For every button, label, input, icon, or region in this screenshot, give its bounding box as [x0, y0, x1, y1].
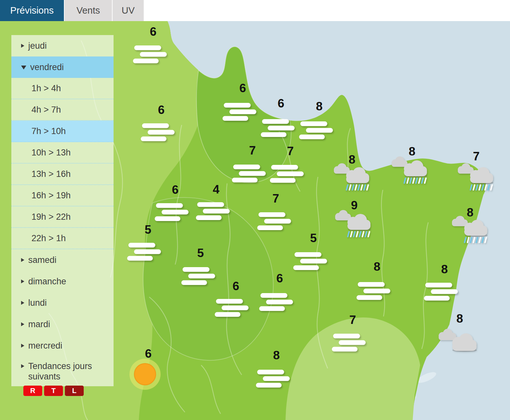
marker-icon: [21, 344, 24, 348]
sidebar-item-1h-4h[interactable]: 1h > 4h: [11, 78, 114, 99]
sidebar-item-mercredi[interactable]: mercredi: [11, 335, 114, 356]
tab-vents[interactable]: Vents: [65, 0, 112, 21]
sidebar-item-13h-16h[interactable]: 13h > 16h: [11, 164, 114, 185]
sidebar-item-label: 16h > 19h: [31, 191, 71, 201]
sidebar-item-label: 1h > 4h: [31, 83, 61, 93]
marker-icon: [21, 322, 24, 326]
marker-icon: [21, 301, 24, 305]
rtl-logo-letter-t: T: [44, 386, 63, 396]
weather-app: 6 6 6 6: [0, 0, 510, 420]
sidebar-item-label: 4h > 7h: [31, 105, 61, 115]
sidebar-item-label: 13h > 16h: [31, 169, 71, 179]
sidebar-item-mardi[interactable]: mardi: [11, 314, 114, 335]
sidebar-item-label: Tendances jours suivants: [28, 361, 103, 382]
marker-icon: [21, 44, 24, 48]
marker-icon: [21, 279, 24, 283]
tab-label: Vents: [77, 5, 100, 16]
sidebar-item-10h-13h[interactable]: 10h > 13h: [11, 142, 114, 164]
sidebar-item-vendredi[interactable]: vendredi: [11, 56, 114, 78]
sidebar-item-jeudi[interactable]: jeudi: [11, 35, 114, 56]
sidebar-item-19h-22h[interactable]: 19h > 22h: [11, 206, 114, 228]
sidebar-item-label: 22h > 1h: [31, 233, 66, 243]
sidebar-item-samedi[interactable]: samedi: [11, 249, 114, 271]
sidebar-item-label: mardi: [28, 319, 50, 329]
sidebar-item-label: 19h > 22h: [31, 212, 71, 222]
sidebar-item-lundi[interactable]: lundi: [11, 292, 114, 314]
rtl-logo[interactable]: RTL: [23, 386, 114, 396]
sidebar-item-7h-10h[interactable]: 7h > 10h: [11, 121, 114, 142]
marker-icon: [21, 364, 24, 368]
sidebar-item-dimanche[interactable]: dimanche: [11, 271, 114, 292]
sidebar-item-label: jeudi: [28, 41, 47, 51]
sidebar-item-22h-1h[interactable]: 22h > 1h: [11, 228, 114, 249]
tab-uv[interactable]: UV: [113, 0, 144, 21]
sidebar-item-16h-19h[interactable]: 16h > 19h: [11, 185, 114, 206]
sidebar-item-label: mercredi: [28, 341, 62, 351]
rtl-logo-letter-r: R: [23, 386, 42, 396]
sidebar-item-label: samedi: [28, 255, 56, 265]
sidebar-list: jeudi vendredi 1h > 4h 4h > 7h 7h > 10h …: [11, 35, 114, 386]
marker-icon: [21, 258, 24, 262]
sidebar-item-label: vendredi: [30, 62, 64, 72]
sidebar-item-label: 7h > 10h: [31, 126, 66, 136]
tab-previsions[interactable]: Prévisions: [0, 0, 64, 21]
tab-bar: Prévisions Vents UV: [0, 0, 510, 21]
sidebar: jeudi vendredi 1h > 4h 4h > 7h 7h > 10h …: [11, 35, 114, 396]
sidebar-item-4h-7h[interactable]: 4h > 7h: [11, 99, 114, 121]
sidebar-item-label: 10h > 13h: [31, 148, 71, 158]
sidebar-item-tendances-jours-suivants[interactable]: Tendances jours suivants: [11, 356, 114, 386]
rtl-logo-letter-l: L: [65, 386, 84, 396]
tab-label: Prévisions: [10, 5, 54, 16]
marker-icon: [21, 66, 26, 69]
tab-label: UV: [122, 5, 135, 16]
sidebar-item-label: dimanche: [28, 277, 66, 287]
sidebar-item-label: lundi: [28, 298, 47, 308]
